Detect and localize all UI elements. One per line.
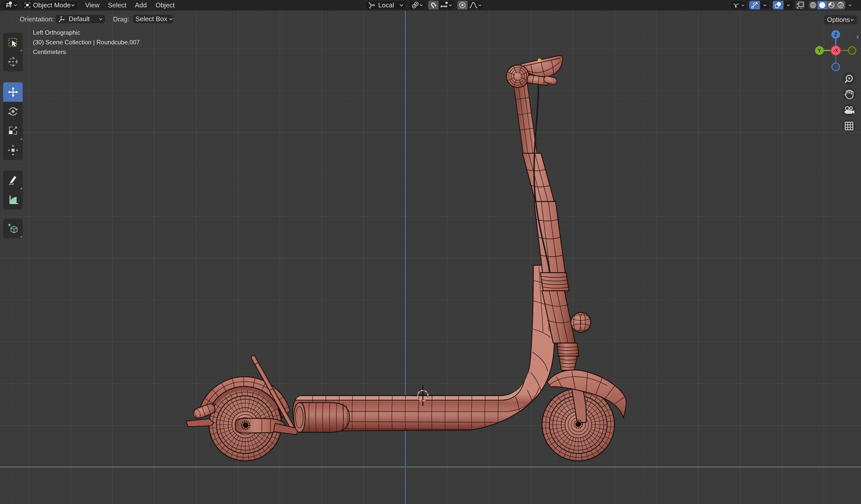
svg-text:-X: -X xyxy=(833,48,838,53)
svg-text:Y: Y xyxy=(818,48,821,53)
svg-text:Z: Z xyxy=(834,32,837,37)
